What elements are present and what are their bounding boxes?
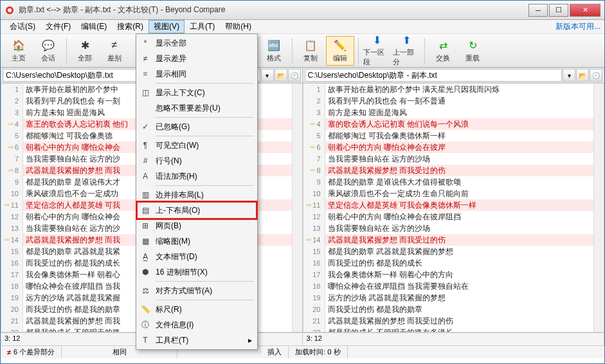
right-path-box: ▾ 📂 🕘 [303, 68, 605, 83]
edit-button[interactable]: ✏️编辑 [326, 36, 354, 66]
text-line[interactable]: 21武器就是我紧握的梦想 而我受过的伤 [303, 315, 604, 327]
menu-item[interactable]: A̲文本细节(D) [138, 249, 256, 264]
line-number: 16 [11, 257, 19, 269]
menu-item[interactable]: A语法加亮(H) [138, 168, 256, 184]
up-arrow-icon: ⬆ [399, 34, 413, 46]
menu-item-label: 标尺(R) [156, 304, 182, 315]
text-line[interactable]: ⇨14武器就是我紧握梦想 而我受过的伤 [303, 234, 604, 246]
text-line[interactable]: 2我看到平凡的我也会 有一刻不普通 [303, 95, 604, 107]
line-gutter: 16 [303, 257, 325, 269]
menu-item-icon: ¶ [139, 139, 152, 152]
diff-arrow-icon: ⇨ [5, 234, 10, 246]
close-button[interactable]: ✕ [570, 4, 600, 17]
menu-item-icon: ≠ [139, 52, 152, 65]
menu-item[interactable]: =显示相同 [138, 66, 256, 82]
line-number: 5 [15, 130, 19, 141]
text-line[interactable]: 17我会像奥德休斯一样 朝着心中的方向 [303, 269, 604, 280]
format-button[interactable]: 🔤格式 [260, 36, 288, 66]
menu-item[interactable]: ✓已忽略(G) [138, 119, 256, 134]
menu-item[interactable]: ⊞网页(B) [138, 218, 256, 233]
menu-item[interactable]: ⚖对齐方式细节(A) [138, 283, 256, 298]
reload-label: 重载 [465, 53, 480, 63]
home-button[interactable]: 🏠主页 [5, 36, 33, 66]
line-number: 2 [15, 95, 19, 107]
left-history-button[interactable]: 🕘 [288, 69, 301, 82]
line-text: 我看到平凡的我也会 有一刻 [23, 95, 120, 107]
menu-search[interactable]: 搜索(R) [112, 20, 149, 33]
text-line[interactable]: 16而我受过的伤 都是我的成长 [303, 257, 604, 269]
text-line[interactable]: 13当我需要独自站在 远方的沙场 [303, 223, 604, 234]
right-scrollbar[interactable] [593, 84, 604, 332]
next-section-button[interactable]: ⬇下一区段 [363, 36, 391, 66]
text-line[interactable]: 10乘风破浪后也不会一定成功 生命只能向前 [303, 188, 604, 199]
line-gutter: ⇨6 [1, 141, 23, 153]
menu-item[interactable]: ◫显示上下文(C) [138, 85, 256, 100]
menu-item[interactable]: ⬢16 进制细节(X) [138, 264, 256, 280]
menu-item[interactable]: ¶可见空白(W) [138, 138, 256, 153]
text-line[interactable]: ⇨11坚定信念人都是英雄 可我会像奥德休斯一样 [303, 199, 604, 211]
right-pane[interactable]: 1故事开始在最初的那个梦中 满天星光只因我而闪烁2我看到平凡的我也会 有一刻不普… [303, 83, 605, 332]
copy-button[interactable]: 📋复制 [296, 36, 325, 66]
menu-item[interactable]: ▦缩略图(M) [138, 233, 256, 249]
text-line[interactable]: ⇨4塞的歌会诱人忘记初衷 他们说每一个风浪 [303, 118, 604, 130]
line-text: 哪怕众神会在彼岸阻挡 当我需要独自站在 [325, 280, 469, 292]
menu-item[interactable]: ≠显示差异 [138, 51, 256, 66]
line-gutter: 12 [303, 211, 325, 223]
menu-edit[interactable]: 编辑(E) [76, 20, 112, 33]
left-browse-button[interactable]: 📂 [275, 69, 287, 82]
menu-item[interactable]: ⓘ文件信息(I) [138, 317, 256, 332]
menu-view[interactable]: 视图(V) [149, 20, 185, 33]
left-dropdown-button[interactable]: ▾ [261, 69, 274, 82]
menu-tools[interactable]: 工具(T) [185, 20, 220, 33]
diff-arrow-icon: ⇨ [8, 165, 14, 176]
prev-section-button[interactable]: ⬆上一部分 [392, 36, 420, 66]
sessions-button[interactable]: 💬会话 [34, 36, 62, 66]
text-line[interactable]: ⇨8武器就是我紧握梦想 而我受过的伤 [303, 165, 604, 176]
menu-item[interactable]: T工具栏(T)▸ [138, 332, 256, 348]
menu-item[interactable]: 忽略不重要差异(U) [138, 100, 256, 116]
diff-arrow-icon: ⇨ [310, 141, 315, 153]
text-line[interactable]: 12朝着心中的方向 哪怕众神会在彼岸阻挡 [303, 211, 604, 223]
line-text: 而我受过的伤 都是我的成长 [325, 257, 422, 269]
menu-help[interactable]: 帮助(H) [220, 20, 257, 33]
text-line[interactable]: 5都能够淘过 可我会像奥德休斯一样 [303, 130, 604, 141]
line-text: 哪怕众神会在彼岸阻挡 当我 [23, 280, 120, 292]
text-line[interactable]: 18哪怕众神会在彼岸阻挡 当我需要独自站在 [303, 280, 604, 292]
line-gutter: ⇨4 [303, 118, 325, 130]
line-text: 塞王的歌会诱人忘记初衷 他们 [23, 118, 128, 130]
menu-item[interactable]: *显示全部 [138, 35, 256, 51]
text-line[interactable]: 20而我受过的伤 都是我的勋章 [303, 304, 604, 315]
right-dropdown-button[interactable]: ▾ [563, 69, 575, 82]
text-line[interactable]: 15都是我的勋章 武器就是我紧握的梦想 [303, 246, 604, 257]
right-history-button[interactable]: 🕘 [590, 69, 602, 82]
line-text: 都能够淘过 可我会像奥德 [23, 130, 113, 141]
text-line[interactable]: 7当我需要独自站在 远方的沙场 [303, 153, 604, 165]
status-bar: ≠6 个差异部分 相同 插入 加载时间: 0 秒 [1, 345, 604, 358]
right-path-input[interactable] [305, 69, 563, 82]
right-browse-button[interactable]: 📂 [576, 69, 589, 82]
text-line[interactable]: ⇨6朝着心中的方向 哪怕众神会在彼岸 [303, 141, 604, 153]
text-line[interactable]: 1故事开始在最初的那个梦中 满天星光只因我而闪烁 [303, 84, 604, 95]
menu-session[interactable]: 会话(S) [5, 20, 41, 33]
diffs-button[interactable]: ≠差别 [100, 36, 129, 66]
menu-item[interactable]: 📏标尺(R) [138, 302, 256, 317]
update-link[interactable]: 新版本可用... [555, 21, 600, 32]
highlighted-menu-item: ▤上-下布局(O) [136, 201, 258, 220]
text-line[interactable]: 3前方是未知 迎面是海风 [303, 107, 604, 118]
menu-file[interactable]: 文件(F) [41, 20, 76, 33]
menu-item[interactable]: #行号(N) [138, 153, 256, 168]
all-button[interactable]: ✱全部 [71, 36, 99, 66]
maximize-button[interactable]: ☐ [549, 4, 568, 17]
swap-button[interactable]: ⇄交换 [429, 36, 457, 66]
text-line[interactable]: 9都是我的勋章 是谁说伟大才值得被歌颂 [303, 176, 604, 188]
minimize-button[interactable]: ─ [528, 4, 548, 17]
line-number: 12 [11, 211, 19, 223]
menu-item-label: 文件信息(I) [156, 320, 194, 331]
line-gutter: 20 [1, 304, 23, 315]
line-text: 远方的沙场 武器就是我紧握的梦想 [325, 292, 446, 304]
menu-item[interactable]: ▤上-下布局(O) [138, 203, 256, 218]
text-line[interactable]: 19远方的沙场 武器就是我紧握的梦想 [303, 292, 604, 304]
reload-button[interactable]: ↻重载 [458, 36, 487, 66]
left-scrollbar[interactable] [292, 84, 302, 332]
text-line[interactable]: 22都是我的成长 不管明天的路有多漫长 [303, 327, 604, 332]
